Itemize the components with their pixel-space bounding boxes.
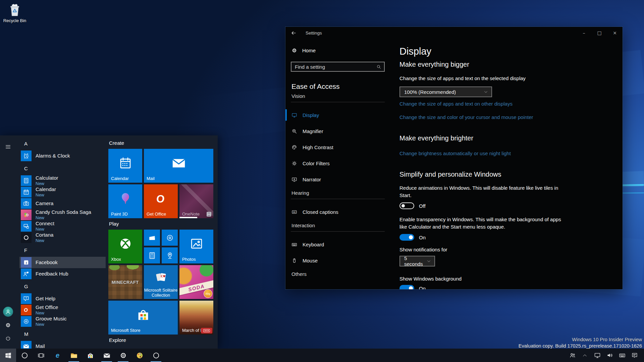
taskbar-cortana-button[interactable] — [16, 349, 33, 362]
app-calendar[interactable]: CalendarNew — [19, 186, 106, 198]
app-connect[interactable]: ConnectNew — [19, 221, 106, 232]
nav-item-color-filters[interactable]: Color Filters — [285, 155, 390, 171]
tile-minecraft[interactable]: MINECRAFT — [108, 265, 142, 299]
minimize-button[interactable]: – — [576, 27, 592, 39]
taskbar-settings-button[interactable] — [115, 349, 131, 362]
taskbar-app-ring-button[interactable] — [148, 349, 164, 362]
app-list-header-f[interactable]: F — [19, 243, 106, 257]
tile-microsoft-solitaire-collection[interactable]: K♥Microsoft Solitaire Collection — [144, 265, 178, 299]
transparency-toggle[interactable] — [399, 234, 414, 241]
taskbar-start-button[interactable] — [0, 349, 16, 362]
app-feedback-hub[interactable]: Feedback Hub — [19, 268, 106, 280]
get-office-icon: O — [23, 307, 30, 313]
window-title: Settings — [306, 31, 322, 36]
tile-photos[interactable]: Photos — [179, 230, 213, 263]
link-cursor-pointer[interactable]: Change the size and color of your cursor… — [399, 114, 623, 121]
nav-item-display[interactable]: Display — [285, 107, 390, 123]
maximize-button[interactable]: □ — [592, 27, 607, 39]
app-candy-crush-soda-saga[interactable]: Candy Crush Soda SagaNew — [19, 209, 106, 221]
nav-item-keyboard[interactable]: Keyboard — [285, 236, 390, 252]
touch-keyboard-button[interactable] — [616, 349, 628, 362]
taskbar-store-button[interactable] — [82, 349, 98, 362]
app-list-header-c[interactable]: C — [19, 162, 106, 175]
app-text: CalendarNew — [36, 187, 56, 197]
groove-music-icon — [166, 234, 174, 242]
nav-item-home[interactable]: Home — [285, 44, 390, 57]
reduce-animations-toggle[interactable] — [399, 202, 414, 209]
link-other-displays[interactable]: Change the size of apps and text on othe… — [399, 101, 623, 107]
network-icon — [594, 352, 601, 359]
taskbar: e — [0, 349, 644, 362]
nav-item-high-contrast[interactable]: High Contrast — [285, 139, 390, 155]
tile-groove-music[interactable] — [162, 230, 178, 246]
tile-onenote[interactable]: OneNote — [179, 184, 213, 218]
nav-items: DisplayMagnifierHigh ContrastColor Filte… — [285, 107, 390, 187]
tile-candy-crush-soda-saga[interactable]: SODAKing — [179, 265, 213, 299]
tile-calculator[interactable] — [144, 247, 160, 263]
app-icon-tile — [21, 187, 32, 197]
scale-dropdown[interactable]: 100% (Recommended) — [399, 86, 492, 97]
app-facebook[interactable]: fFacebook — [19, 257, 106, 268]
user-avatar-button[interactable] — [0, 305, 16, 318]
tile-calendar[interactable]: Calendar — [108, 149, 142, 183]
link-night-light[interactable]: Change brightness automatically or use n… — [399, 150, 623, 157]
task-view-icon — [37, 352, 45, 359]
recycle-bin-desktop-icon[interactable]: Recycle Bin — [3, 3, 27, 23]
nav-item-narrator[interactable]: Narrator — [285, 171, 390, 187]
nav-item-label: Mouse — [303, 258, 318, 263]
start-menu: AAlarms & ClockCCalculatorNewCalendarNew… — [0, 135, 218, 349]
closed-captions-icon: CC — [291, 209, 297, 215]
taskbar-mail-button[interactable] — [99, 349, 115, 362]
nav-item-magnifier[interactable]: Magnifier — [285, 123, 390, 139]
app-cortana[interactable]: CortanaNew — [19, 232, 106, 243]
app-list-header-m[interactable]: M — [19, 327, 106, 341]
hidden-icons-icon — [582, 353, 587, 358]
app-list-header-g[interactable]: G — [19, 280, 106, 293]
taskbar-file-explorer-button[interactable] — [66, 349, 82, 362]
network-button[interactable] — [591, 349, 603, 362]
app-list-header-a[interactable]: A — [19, 137, 106, 150]
background-toggle[interactable] — [399, 285, 414, 289]
close-button[interactable]: × — [607, 27, 623, 39]
taskbar-paint-palette-button[interactable] — [131, 349, 148, 362]
tile-microsoft-store[interactable]: Microsoft Store — [108, 301, 178, 335]
app-get-help[interactable]: ?Get Help — [19, 293, 106, 304]
tile-mail[interactable]: Mail — [144, 149, 213, 183]
app-new-badge: New — [36, 322, 67, 327]
nav-item-mouse[interactable]: Mouse — [285, 252, 390, 268]
recycle-bin-icon — [7, 3, 22, 18]
app-text: Feedback Hub — [36, 271, 68, 277]
tile-xbox[interactable]: Xbox — [108, 230, 142, 263]
app-groove-music[interactable]: Groove MusicNew — [19, 316, 106, 327]
cortana-icon — [23, 234, 30, 241]
app-get-office[interactable]: OGet OfficeNew — [19, 304, 106, 316]
app-text: Facebook — [36, 260, 58, 265]
taskbar-task-view-button[interactable] — [33, 349, 49, 362]
settings-search-box[interactable] — [291, 62, 385, 72]
menu-button[interactable] — [0, 140, 16, 154]
tile-march-of-empires[interactable]: March of Em — [179, 301, 213, 335]
settings-button[interactable] — [0, 318, 16, 332]
back-button[interactable] — [285, 27, 302, 39]
high-contrast-icon — [291, 144, 297, 150]
hidden-icons-button[interactable] — [579, 349, 591, 362]
app-camera[interactable]: Camera — [19, 198, 106, 209]
nav-item-closed-captions[interactable]: CCClosed captions — [285, 204, 390, 220]
power-button[interactable] — [0, 332, 16, 345]
notifications-dropdown[interactable]: 5 seconds — [399, 256, 435, 266]
app-mail[interactable]: Mail — [19, 341, 106, 349]
search-input[interactable] — [295, 64, 376, 70]
home-gear-icon — [291, 48, 297, 53]
volume-button[interactable] — [603, 349, 616, 362]
app-calculator[interactable]: CalculatorNew — [19, 175, 106, 186]
tile-get-office[interactable]: OGet Office — [144, 184, 178, 218]
tile-movies-tv[interactable] — [144, 230, 160, 246]
app-alarms-clock[interactable]: Alarms & Clock — [19, 150, 106, 162]
tile-maps[interactable] — [162, 247, 178, 263]
taskbar-edge-button[interactable]: e — [49, 349, 65, 362]
tile-icon-wrap — [144, 230, 160, 246]
action-center-button[interactable] — [628, 349, 641, 362]
tile-paint-3d[interactable]: Paint 3D — [108, 184, 142, 218]
people-button[interactable] — [566, 349, 579, 362]
display-icon — [291, 112, 297, 118]
